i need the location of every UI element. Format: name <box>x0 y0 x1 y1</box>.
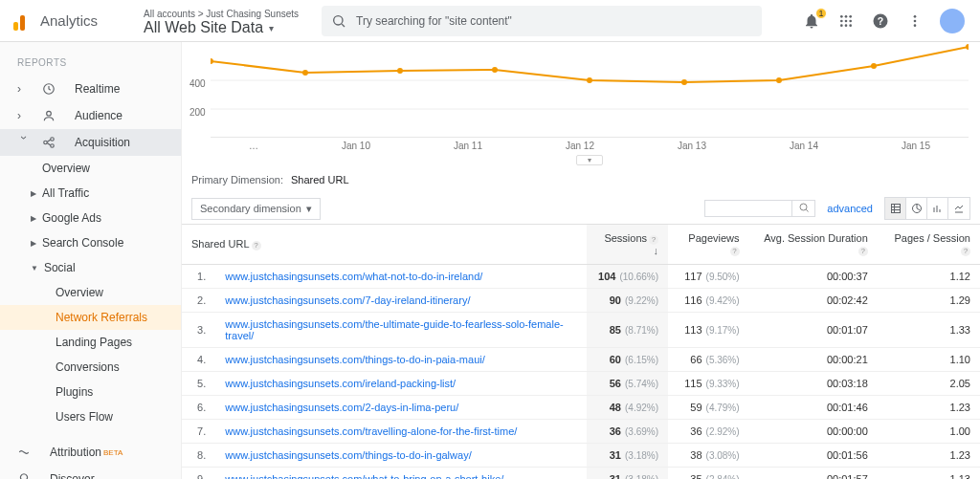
y-tick-200: 200 <box>189 107 206 118</box>
view-pivot-button[interactable] <box>948 198 969 219</box>
table-row: 8.www.justchasingsunsets.com/things-to-d… <box>182 444 980 468</box>
col-sessions[interactable]: Sessions <box>604 232 647 244</box>
svg-point-17 <box>47 111 52 116</box>
view-table-button[interactable] <box>885 198 906 219</box>
search-icon <box>331 13 346 29</box>
search-bar[interactable]: Try searching for "site content" <box>322 6 762 36</box>
nav-google-ads[interactable]: ▶Google Ads <box>0 206 181 230</box>
account-selector[interactable]: All accounts > Just Chasing Sunsets All … <box>130 5 312 36</box>
x-tick: Jan 12 <box>566 141 594 151</box>
url-link[interactable]: www.justchasingsunsets.com/ireland-packi… <box>225 378 456 389</box>
svg-point-20 <box>51 144 55 148</box>
url-link[interactable]: www.justchasingsunsets.com/2-days-in-lim… <box>225 402 458 413</box>
more-icon[interactable] <box>905 11 924 31</box>
svg-point-7 <box>849 19 852 22</box>
logo[interactable]: Analytics <box>0 11 130 31</box>
table-row: 7.www.justchasingsunsets.com/travelling-… <box>182 420 980 444</box>
view-bar-button[interactable] <box>927 198 948 219</box>
caret-down-icon: ▾ <box>306 203 312 215</box>
row-index: 6. <box>182 396 215 420</box>
svg-point-35 <box>966 44 969 50</box>
url-link[interactable]: www.justchasingsunsets.com/travelling-al… <box>225 425 517 437</box>
nav-audience[interactable]: › Audience <box>0 102 181 129</box>
row-pageviews: 117(9.50%) <box>668 265 749 289</box>
row-index: 4. <box>182 348 215 372</box>
row-index: 2. <box>182 289 215 313</box>
row-pageviews: 115(9.33%) <box>668 372 749 396</box>
expand-chart-button[interactable]: ▾ <box>576 155 603 165</box>
apps-icon[interactable] <box>836 11 856 31</box>
advanced-link[interactable]: advanced <box>827 203 873 214</box>
nav-social[interactable]: ▼Social <box>0 255 181 280</box>
triangle-right-icon: ▶ <box>31 189 36 198</box>
url-link[interactable]: www.justchasingsunsets.com/7-day-ireland… <box>225 294 470 306</box>
nav-network-referrals[interactable]: Network Referrals <box>0 305 181 330</box>
sort-desc-icon[interactable]: ↓ <box>654 245 659 256</box>
row-pps: 2.05 <box>878 372 980 396</box>
help-icon[interactable]: ? <box>871 11 890 31</box>
primary-dim-value[interactable]: Shared URL <box>291 174 349 185</box>
product-name: Analytics <box>40 12 98 29</box>
row-pps: 1.12 <box>878 265 980 289</box>
col-pages-session[interactable]: Pages / Session <box>895 232 971 244</box>
table-search[interactable] <box>704 200 815 217</box>
url-link[interactable]: www.justchasingsunsets.com/what-not-to-d… <box>225 271 482 282</box>
notification-badge: 1 <box>815 8 827 19</box>
share-icon <box>42 136 56 149</box>
row-index: 5. <box>182 372 215 396</box>
url-link[interactable]: www.justchasingsunsets.com/things-to-do-… <box>225 449 471 461</box>
svg-point-28 <box>302 70 308 76</box>
content: 400 200 … Jan 10 Jan 11 Jan 12 Jan 13 Ja… <box>182 42 980 479</box>
svg-line-37 <box>806 209 808 211</box>
nav-acquisition[interactable]: › Acquisition <box>0 129 181 156</box>
row-pps: 1.33 <box>878 313 980 348</box>
svg-point-5 <box>840 19 843 22</box>
table-row: 4.www.justchasingsunsets.com/things-to-d… <box>182 348 980 372</box>
primary-dimension-bar: Primary Dimension: Shared URL <box>182 166 980 193</box>
svg-point-14 <box>914 19 917 22</box>
table-search-button[interactable] <box>791 201 814 216</box>
row-duration: 00:02:42 <box>749 289 878 313</box>
svg-point-10 <box>849 24 852 27</box>
nav-discover[interactable]: Discover <box>0 466 181 479</box>
row-duration: 00:00:00 <box>749 420 878 444</box>
nav-realtime[interactable]: › Realtime <box>0 76 181 102</box>
nav-social-overview[interactable]: Overview <box>0 280 181 305</box>
row-pageviews: 38(3.08%) <box>668 444 749 468</box>
nav-plugins[interactable]: Plugins <box>0 380 181 404</box>
row-url: www.justchasingsunsets.com/travelling-al… <box>215 420 587 444</box>
row-pps: 1.23 <box>878 444 980 468</box>
row-pageviews: 66(5.36%) <box>668 348 749 372</box>
breadcrumb-path: All accounts > Just Chasing Sunsets <box>144 9 299 19</box>
view-pie-button[interactable] <box>906 198 927 219</box>
table-toolbar: Secondary dimension▾ advanced <box>182 193 980 224</box>
row-pps: 1.00 <box>878 420 980 444</box>
pie-icon <box>911 203 923 214</box>
notifications-icon[interactable]: 1 <box>802 11 821 31</box>
nav-attribution[interactable]: AttributionBETA <box>0 439 181 466</box>
nav-conversions[interactable]: Conversions <box>0 355 181 380</box>
col-shared-url[interactable]: Shared URL <box>191 238 250 250</box>
nav-overview[interactable]: Overview <box>0 156 181 181</box>
nav-landing-pages[interactable]: Landing Pages <box>0 330 181 355</box>
secondary-dimension-dropdown[interactable]: Secondary dimension▾ <box>191 198 321 220</box>
row-pageviews: 36(2.92%) <box>668 420 749 444</box>
topbar: Analytics All accounts > Just Chasing Su… <box>0 0 980 42</box>
svg-point-4 <box>849 15 852 18</box>
url-link[interactable]: www.justchasingsunsets.com/what-to-bring… <box>225 473 503 479</box>
svg-point-29 <box>397 68 403 74</box>
url-link[interactable]: www.justchasingsunsets.com/things-to-do-… <box>225 354 484 365</box>
nav-search-console[interactable]: ▶Search Console <box>0 230 181 255</box>
nav-users-flow[interactable]: Users Flow <box>0 404 181 429</box>
url-link[interactable]: www.justchasingsunsets.com/the-ultimate-… <box>225 318 563 341</box>
svg-point-15 <box>914 24 917 27</box>
table-search-input[interactable] <box>705 201 791 216</box>
chevron-right-icon: › <box>17 109 31 122</box>
row-index: 3. <box>182 313 215 348</box>
nav-all-traffic[interactable]: ▶All Traffic <box>0 181 181 206</box>
user-avatar[interactable] <box>940 9 965 33</box>
pivot-icon <box>953 203 965 214</box>
col-avg-duration[interactable]: Avg. Session Duration <box>764 232 868 244</box>
row-duration: 00:01:57 <box>749 468 878 480</box>
col-pageviews[interactable]: Pageviews <box>688 232 739 244</box>
